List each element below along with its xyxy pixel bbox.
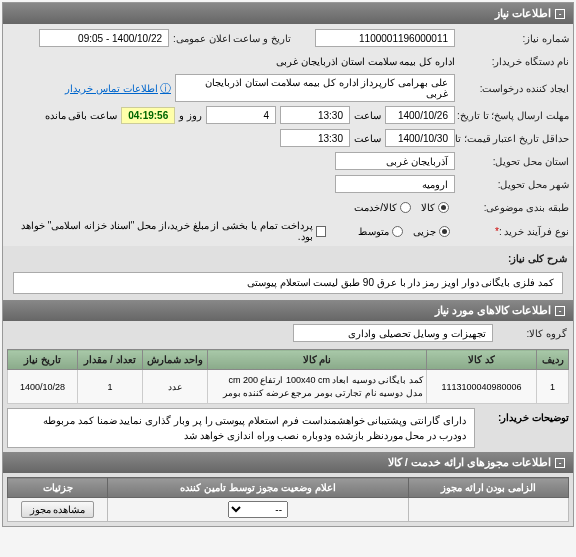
- radio-small-label: جزیی: [413, 226, 436, 237]
- cell-mandatory: [409, 498, 569, 522]
- buyer-notes-row: توضیحات خریدار: دارای گارانتی وپشتیبانی …: [7, 408, 569, 448]
- radio-dot-icon: [439, 226, 450, 237]
- permit-table: الزامی بودن ارائه مجوز اعلام وضعیت مجوز …: [7, 477, 569, 522]
- col-name: نام کالا: [208, 350, 427, 370]
- cell-code: 1113100040980006: [427, 370, 537, 404]
- cell-name: کمد بایگانی دوسیه ابعاد 100x40 cm ارتفاع…: [208, 370, 427, 404]
- label-deadline: مهلت ارسال پاسخ؛ تا تاریخ:: [459, 110, 569, 121]
- value-province: آذربایجان غربی: [335, 152, 455, 170]
- label-buyer-org: نام دستگاه خریدار:: [459, 56, 569, 67]
- label-province: استان محل تحویل:: [459, 156, 569, 167]
- cell-date: 1400/10/28: [8, 370, 78, 404]
- label-buyer-notes: توضیحات خریدار:: [479, 408, 569, 423]
- label-purchase-type: نوع فرآیند خرید :*: [460, 226, 569, 237]
- value-buyer-org: اداره کل بیمه سلامت استان اذربایجان غربی: [276, 56, 455, 67]
- buyer-notes-text: دارای گارانتی وپشتیبانی خواهشمنداست فرم …: [7, 408, 475, 448]
- value-announce: 1400/10/22 - 09:05: [39, 29, 169, 47]
- permit-row: -- مشاهده مجوز: [8, 498, 569, 522]
- label-product-group: گروه کالا:: [497, 328, 567, 339]
- cell-status: --: [108, 498, 409, 522]
- col-code: کد کالا: [427, 350, 537, 370]
- checkbox-icon: [316, 226, 327, 237]
- value-deadline-time: 13:30: [280, 106, 350, 124]
- contact-link[interactable]: ⓘ اطلاعات تماس خریدار: [65, 81, 171, 96]
- value-need-number: 1100001196000011: [315, 29, 455, 47]
- col-unit: واحد شمارش: [143, 350, 208, 370]
- label-need-number: شماره نیاز:: [459, 33, 569, 44]
- col-row: ردیف: [537, 350, 569, 370]
- permits-header[interactable]: - اطلاعات مجوزهای ارائه خدمت / کالا: [3, 452, 573, 473]
- countdown-timer: 04:19:56: [121, 107, 175, 124]
- table-row[interactable]: 1 1113100040980006 کمد بایگانی دوسیه ابع…: [8, 370, 569, 404]
- col-mandatory: الزامی بودن ارائه مجوز: [409, 478, 569, 498]
- cell-unit: عدد: [143, 370, 208, 404]
- radio-goods-service[interactable]: کالا/خدمت: [354, 202, 411, 213]
- col-date: تاریخ نیاز: [8, 350, 78, 370]
- label-announce: تاریخ و ساعت اعلان عمومی:: [173, 33, 291, 44]
- radio-circle-icon: [392, 226, 403, 237]
- value-validity-time: 13:30: [280, 129, 350, 147]
- label-validity: حداقل تاریخ اعتبار قیمت؛ تا تاریخ:: [459, 133, 569, 144]
- label-city: شهر محل تحویل:: [459, 179, 569, 190]
- section-title: اطلاعات نیاز: [495, 7, 551, 20]
- contact-label: اطلاعات تماس خریدار: [65, 83, 158, 94]
- col-qty: تعداد / مقدار: [78, 350, 143, 370]
- label-category: طبقه بندی موضوعی:: [459, 202, 569, 213]
- info-form: شماره نیاز: 1100001196000011 تاریخ و ساع…: [3, 24, 573, 246]
- value-city: ارومیه: [335, 175, 455, 193]
- col-details: جزئیات: [8, 478, 108, 498]
- radio-goods-service-label: کالا/خدمت: [354, 202, 397, 213]
- payment-note: پرداخت تمام یا بخشی از مبلغ خرید،از محل …: [7, 220, 313, 242]
- checkbox-treasury[interactable]: پرداخت تمام یا بخشی از مبلغ خرید،از محل …: [7, 220, 326, 242]
- value-deadline-date: 1400/10/26: [385, 106, 455, 124]
- collapse-icon: -: [555, 306, 565, 316]
- label-remaining: ساعت باقی مانده: [45, 110, 118, 121]
- radio-dot-icon: [438, 202, 449, 213]
- view-permit-button[interactable]: مشاهده مجوز: [21, 501, 95, 518]
- items-table: ردیف کد کالا نام کالا واحد شمارش تعداد /…: [7, 349, 569, 404]
- radio-small[interactable]: جزیی: [413, 226, 450, 237]
- cell-qty: 1: [78, 370, 143, 404]
- radio-medium-label: متوسط: [358, 226, 389, 237]
- radio-goods[interactable]: کالا: [421, 202, 449, 213]
- label-hour1: ساعت: [354, 110, 381, 121]
- status-select[interactable]: --: [228, 501, 288, 518]
- collapse-icon: -: [555, 458, 565, 468]
- need-info-header[interactable]: - اطلاعات نیاز: [3, 3, 573, 24]
- value-countdown-days: 4: [206, 106, 276, 124]
- general-desc-box: کمد فلزی بایگانی دوار اویز رمز دار با عر…: [13, 272, 563, 294]
- info-icon: ⓘ: [160, 81, 171, 96]
- radio-goods-label: کالا: [421, 202, 435, 213]
- cell-details: مشاهده مجوز: [8, 498, 108, 522]
- cell-row: 1: [537, 370, 569, 404]
- value-product-group: تجهیزات و وسایل تحصیلی واداری: [293, 324, 493, 342]
- label-requester: ایجاد کننده درخواست:: [459, 83, 569, 94]
- permits-title: اطلاعات مجوزهای ارائه خدمت / کالا: [388, 456, 551, 469]
- radio-circle-icon: [400, 202, 411, 213]
- value-validity-date: 1400/10/30: [385, 129, 455, 147]
- items-header[interactable]: - اطلاعات کالاهای مورد نیاز: [3, 300, 573, 321]
- collapse-icon: -: [555, 9, 565, 19]
- label-day-and: روز و: [179, 110, 202, 121]
- need-info-panel: - اطلاعات نیاز شماره نیاز: 1100001196000…: [2, 2, 574, 527]
- value-requester: علی بهرامی کارپرداز اداره کل بیمه سلامت …: [175, 74, 455, 102]
- label-general-desc: شرح کلی نیاز:: [457, 253, 567, 264]
- label-hour2: ساعت: [354, 133, 381, 144]
- col-status: اعلام وضعیت مجوز توسط تامین کننده: [108, 478, 409, 498]
- items-title: اطلاعات کالاهای مورد نیاز: [435, 304, 551, 317]
- radio-medium[interactable]: متوسط: [358, 226, 403, 237]
